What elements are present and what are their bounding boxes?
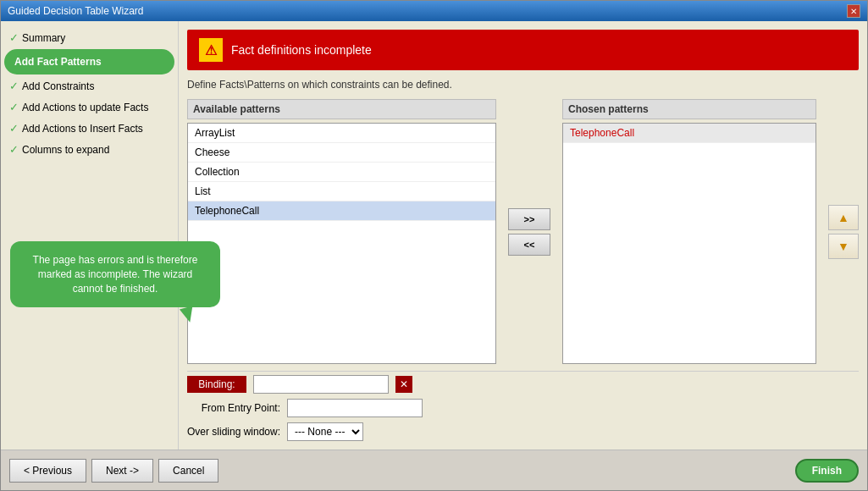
sidebar-item-columns-expand[interactable]: ✓ Columns to expand bbox=[4, 140, 174, 159]
sidebar: ✓ Summary Add Fact Patterns ✓ Add Constr… bbox=[1, 21, 179, 450]
check-icon: ✓ bbox=[9, 31, 19, 44]
entry-point-label: From Entry Point: bbox=[187, 402, 280, 414]
right-panel: ⚠ Fact definitions incomplete Define Fac… bbox=[179, 21, 867, 450]
chosen-patterns-header: Chosen patterns bbox=[562, 99, 816, 119]
sidebar-label-add-fact-patterns: Add Fact Patterns bbox=[14, 56, 102, 68]
available-patterns-panel: Available patterns ArrayList Cheese Coll… bbox=[187, 99, 496, 364]
binding-clear-button[interactable]: ✕ bbox=[395, 376, 412, 393]
sliding-window-label: Over sliding window: bbox=[187, 426, 280, 438]
move-left-button[interactable]: << bbox=[508, 234, 550, 256]
move-right-button[interactable]: >> bbox=[508, 208, 550, 230]
close-button[interactable]: ✕ bbox=[847, 4, 860, 18]
sidebar-label-columns: Columns to expand bbox=[22, 144, 109, 156]
error-banner: ⚠ Fact definitions incomplete bbox=[187, 30, 859, 70]
check-icon-actions-insert: ✓ bbox=[9, 122, 19, 135]
sidebar-item-summary[interactable]: ✓ Summary bbox=[4, 28, 174, 47]
sidebar-item-add-fact-patterns[interactable]: Add Fact Patterns bbox=[4, 49, 174, 74]
entry-point-input[interactable] bbox=[287, 399, 423, 417]
binding-input[interactable] bbox=[253, 375, 389, 394]
main-content: ✓ Summary Add Fact Patterns ✓ Add Constr… bbox=[1, 21, 867, 450]
sidebar-label-constraints: Add Constraints bbox=[22, 80, 94, 92]
transfer-buttons: >> << bbox=[505, 99, 554, 364]
tooltip-bubble: The page has errors and is therefore mar… bbox=[10, 241, 220, 307]
define-text: Define Facts\Patterns on which constrain… bbox=[187, 77, 859, 92]
available-patterns-list[interactable]: ArrayList Cheese Collection List Telepho… bbox=[187, 123, 496, 364]
list-item[interactable]: ArrayList bbox=[188, 124, 495, 143]
sidebar-item-add-actions-insert[interactable]: ✓ Add Actions to Insert Facts bbox=[4, 119, 174, 138]
binding-label: Binding: bbox=[187, 376, 246, 393]
move-up-button[interactable]: ▲ bbox=[828, 205, 859, 230]
binding-row: Binding: ✕ bbox=[187, 375, 859, 394]
available-patterns-header: Available patterns bbox=[187, 99, 496, 119]
finish-button[interactable]: Finish bbox=[795, 459, 859, 483]
window-title: Guided Decision Table Wizard bbox=[8, 5, 144, 17]
patterns-area: Available patterns ArrayList Cheese Coll… bbox=[187, 99, 859, 364]
bottom-form: Binding: ✕ From Entry Point: Over slidin… bbox=[187, 371, 859, 441]
list-item[interactable]: Cheese bbox=[188, 143, 495, 163]
previous-button[interactable]: < Previous bbox=[9, 459, 86, 483]
list-item[interactable]: List bbox=[188, 182, 495, 201]
error-text: Fact definitions incomplete bbox=[231, 43, 372, 57]
sliding-window-row: Over sliding window: --- None --- bbox=[187, 422, 859, 441]
check-icon-actions-update: ✓ bbox=[9, 101, 19, 113]
chosen-list-item[interactable]: TelephoneCall bbox=[563, 124, 815, 143]
list-item-selected[interactable]: TelephoneCall bbox=[188, 201, 495, 221]
entry-point-row: From Entry Point: bbox=[187, 399, 859, 417]
sidebar-item-add-actions-update[interactable]: ✓ Add Actions to update Facts bbox=[4, 97, 174, 117]
move-down-button[interactable]: ▼ bbox=[828, 234, 859, 259]
footer: < Previous Next -> Cancel Finish bbox=[1, 450, 867, 490]
check-icon-columns: ✓ bbox=[9, 143, 19, 156]
cancel-button[interactable]: Cancel bbox=[158, 459, 218, 483]
sidebar-item-add-constraints[interactable]: ✓ Add Constraints bbox=[4, 76, 174, 96]
next-button[interactable]: Next -> bbox=[91, 459, 153, 483]
updown-buttons: ▲ ▼ bbox=[825, 99, 859, 364]
sidebar-label-summary: Summary bbox=[22, 32, 65, 44]
warning-icon: ⚠ bbox=[199, 38, 223, 62]
chosen-patterns-panel: Chosen patterns TelephoneCall bbox=[562, 99, 816, 364]
sidebar-label-actions-update: Add Actions to update Facts bbox=[22, 102, 148, 113]
sliding-window-select[interactable]: --- None --- bbox=[287, 422, 363, 441]
chosen-patterns-list[interactable]: TelephoneCall bbox=[562, 123, 816, 364]
tooltip-text: The page has errors and is therefore mar… bbox=[33, 254, 198, 295]
sidebar-label-actions-insert: Add Actions to Insert Facts bbox=[22, 123, 143, 135]
wizard-window: Guided Decision Table Wizard ✕ ✓ Summary… bbox=[0, 0, 868, 491]
check-icon-constraints: ✓ bbox=[9, 80, 19, 92]
title-bar: Guided Decision Table Wizard ✕ bbox=[1, 1, 867, 21]
list-item[interactable]: Collection bbox=[188, 163, 495, 182]
